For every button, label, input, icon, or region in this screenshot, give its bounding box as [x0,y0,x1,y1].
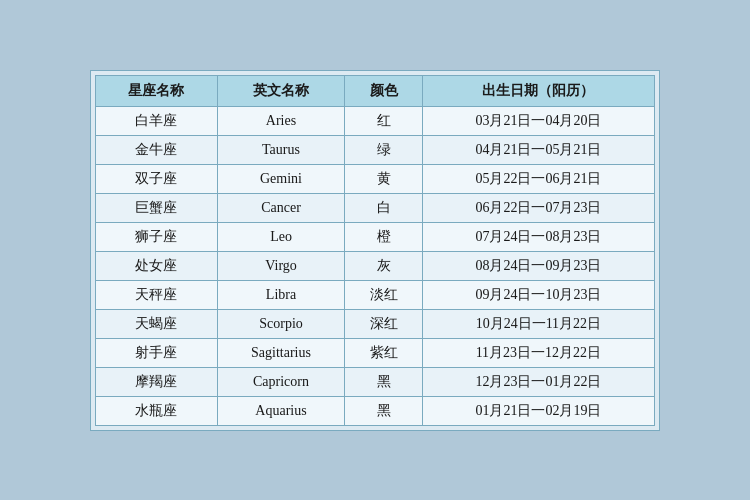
cell-chinese-name: 天秤座 [96,280,218,309]
cell-color: 紫红 [345,338,422,367]
cell-date: 04月21日一05月21日 [422,135,654,164]
cell-english-name: Aquarius [217,396,345,425]
table-row: 天蝎座Scorpio深红10月24日一11月22日 [96,309,655,338]
cell-english-name: Gemini [217,164,345,193]
cell-chinese-name: 巨蟹座 [96,193,218,222]
cell-chinese-name: 水瓶座 [96,396,218,425]
table-row: 双子座Gemini黄05月22日一06月21日 [96,164,655,193]
cell-chinese-name: 白羊座 [96,106,218,135]
cell-chinese-name: 射手座 [96,338,218,367]
cell-date: 06月22日一07月23日 [422,193,654,222]
table-row: 处女座Virgo灰08月24日一09月23日 [96,251,655,280]
table-body: 白羊座Aries红03月21日一04月20日金牛座Taurus绿04月21日一0… [96,106,655,425]
header-date: 出生日期（阳历） [422,75,654,106]
zodiac-table: 星座名称 英文名称 颜色 出生日期（阳历） 白羊座Aries红03月21日一04… [95,75,655,426]
table-row: 射手座Sagittarius紫红11月23日一12月22日 [96,338,655,367]
cell-date: 10月24日一11月22日 [422,309,654,338]
cell-color: 红 [345,106,422,135]
header-chinese-name: 星座名称 [96,75,218,106]
cell-color: 灰 [345,251,422,280]
cell-date: 01月21日一02月19日 [422,396,654,425]
cell-date: 03月21日一04月20日 [422,106,654,135]
cell-english-name: Scorpio [217,309,345,338]
cell-english-name: Virgo [217,251,345,280]
table-row: 巨蟹座Cancer白06月22日一07月23日 [96,193,655,222]
header-color: 颜色 [345,75,422,106]
table-header-row: 星座名称 英文名称 颜色 出生日期（阳历） [96,75,655,106]
table-row: 金牛座Taurus绿04月21日一05月21日 [96,135,655,164]
cell-date: 12月23日一01月22日 [422,367,654,396]
cell-english-name: Leo [217,222,345,251]
cell-chinese-name: 摩羯座 [96,367,218,396]
cell-color: 橙 [345,222,422,251]
cell-color: 黄 [345,164,422,193]
zodiac-table-wrapper: 星座名称 英文名称 颜色 出生日期（阳历） 白羊座Aries红03月21日一04… [90,70,660,431]
cell-english-name: Libra [217,280,345,309]
cell-date: 07月24日一08月23日 [422,222,654,251]
cell-chinese-name: 双子座 [96,164,218,193]
cell-english-name: Sagittarius [217,338,345,367]
cell-english-name: Aries [217,106,345,135]
table-row: 天秤座Libra淡红09月24日一10月23日 [96,280,655,309]
cell-chinese-name: 金牛座 [96,135,218,164]
cell-date: 09月24日一10月23日 [422,280,654,309]
cell-date: 11月23日一12月22日 [422,338,654,367]
header-english-name: 英文名称 [217,75,345,106]
table-row: 摩羯座Capricorn黑12月23日一01月22日 [96,367,655,396]
cell-date: 08月24日一09月23日 [422,251,654,280]
cell-english-name: Cancer [217,193,345,222]
cell-color: 绿 [345,135,422,164]
cell-color: 淡红 [345,280,422,309]
cell-chinese-name: 天蝎座 [96,309,218,338]
cell-date: 05月22日一06月21日 [422,164,654,193]
table-row: 白羊座Aries红03月21日一04月20日 [96,106,655,135]
cell-color: 黑 [345,367,422,396]
cell-color: 白 [345,193,422,222]
cell-english-name: Taurus [217,135,345,164]
cell-chinese-name: 狮子座 [96,222,218,251]
cell-color: 深红 [345,309,422,338]
cell-color: 黑 [345,396,422,425]
table-row: 狮子座Leo橙07月24日一08月23日 [96,222,655,251]
cell-chinese-name: 处女座 [96,251,218,280]
table-row: 水瓶座Aquarius黑01月21日一02月19日 [96,396,655,425]
cell-english-name: Capricorn [217,367,345,396]
